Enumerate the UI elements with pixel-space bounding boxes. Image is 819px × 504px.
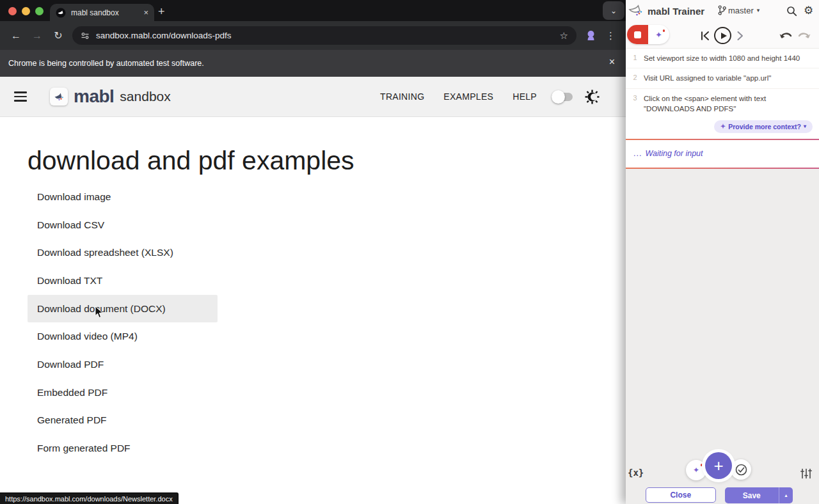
next-step-icon[interactable] — [736, 31, 743, 41]
skip-to-start-icon[interactable] — [700, 31, 710, 41]
browser-window: mabl sandbox × + ⌄ ← → ↻ sandbox.mabl.co… — [0, 0, 626, 504]
provide-more-context-button[interactable]: ✦ Provide more context? ▾ — [714, 120, 813, 133]
status-bar-link-preview: https://sandbox.mabl.com/downloads/Newsl… — [0, 492, 179, 504]
browser-titlebar: mabl sandbox × + ⌄ — [0, 0, 626, 21]
save-button-label: Save — [743, 491, 761, 500]
waiting-for-input-row: ...Waiting for input — [626, 139, 819, 169]
download-links-list: Download image Download CSV Download spr… — [0, 183, 626, 462]
dark-mode-icon[interactable] — [585, 90, 600, 104]
save-dropdown-button[interactable]: ▴ — [779, 487, 793, 503]
infobar-close-icon[interactable]: × — [609, 57, 615, 67]
mabl-trainer-panel: mabl Trainer master ▾ ⚙ ✦ — [626, 0, 819, 504]
nav-link-help[interactable]: HELP — [513, 91, 537, 102]
address-bar[interactable]: sandbox.mabl.com/downloads-pdfs ☆ — [72, 26, 576, 45]
trainer-title: mabl Trainer — [648, 6, 704, 17]
nav-link-training[interactable]: TRAINING — [380, 91, 424, 102]
ai-sparkle-button[interactable]: ✦ — [648, 25, 669, 44]
sparkle-dot — [701, 464, 703, 466]
context-row: ✦ Provide more context? ▾ — [626, 118, 819, 139]
link-download-xlsx[interactable]: Download spreadsheet (XLSX) — [0, 239, 626, 267]
url-text[interactable]: sandbox.mabl.com/downloads-pdfs — [96, 31, 560, 40]
plus-icon: + — [713, 457, 723, 474]
play-icon — [721, 33, 727, 39]
save-button[interactable]: Save — [725, 487, 779, 503]
link-embedded-pdf[interactable]: Embedded PDF — [0, 379, 626, 407]
theme-toggle[interactable] — [553, 93, 573, 101]
add-step-button[interactable]: + — [705, 452, 732, 479]
chevron-down-icon: ⌄ — [610, 6, 617, 15]
settings-sliders-icon[interactable] — [800, 468, 812, 479]
toggle-knob — [552, 90, 565, 104]
git-branch-icon — [718, 5, 726, 15]
record-control-pill: ✦ — [627, 25, 669, 44]
undo-icon[interactable] — [779, 31, 793, 40]
link-download-docx[interactable]: Download document (DOCX) — [28, 295, 218, 323]
hamburger-menu-icon[interactable] — [14, 91, 27, 102]
tab-title: mabl sandbox — [71, 8, 143, 17]
step-row-1[interactable]: 1 Set viewport size to width 1080 and he… — [626, 49, 819, 68]
step-number: 3 — [630, 93, 640, 114]
step-row-2[interactable]: 2 Visit URL assigned to variable "app.ur… — [626, 68, 819, 88]
tab-favicon — [56, 8, 66, 18]
variables-button[interactable]: {x} — [628, 468, 644, 478]
check-circle-icon — [735, 464, 747, 476]
back-icon[interactable]: ← — [8, 30, 24, 42]
step-row-3[interactable]: 3 Click on the <span> element with text … — [626, 89, 819, 119]
close-window-button[interactable] — [8, 7, 17, 15]
sparkle-dot — [663, 29, 665, 32]
search-icon[interactable] — [786, 6, 797, 17]
caret-down-icon: ▾ — [804, 123, 806, 129]
trainer-steps-list: 1 Set viewport size to width 1080 and he… — [626, 48, 819, 169]
close-button-label: Close — [670, 491, 691, 500]
site-settings-icon[interactable] — [81, 31, 90, 40]
bookmark-star-icon[interactable]: ☆ — [560, 30, 568, 42]
site-header: mabl sandbox TRAINING EXAMPLES HELP — [0, 77, 626, 117]
step-number: 2 — [630, 73, 640, 83]
link-download-image[interactable]: Download image — [0, 183, 626, 211]
redo-icon[interactable] — [797, 31, 811, 40]
link-download-mp4[interactable]: Download video (MP4) — [0, 322, 626, 350]
browser-tab[interactable]: mabl sandbox × — [50, 4, 154, 21]
brand-name: mabl — [74, 86, 114, 107]
ai-suggest-button[interactable]: ✦ — [686, 460, 706, 480]
step-text: Click on the <span> element with text "D… — [644, 93, 811, 114]
branch-caret-icon: ▾ — [757, 7, 760, 13]
trainer-bird-icon — [628, 4, 645, 19]
infobar-text: Chrome is being controlled by automated … — [8, 59, 204, 68]
step-number: 1 — [630, 53, 640, 63]
site-nav: TRAINING EXAMPLES HELP — [380, 91, 537, 102]
link-form-generated-pdf[interactable]: Form generated PDF — [0, 434, 626, 462]
trainer-toolbar: ✦ — [626, 24, 819, 48]
assertion-button[interactable] — [731, 459, 751, 480]
mabl-extension-icon[interactable] — [586, 30, 596, 41]
step-text: Visit URL assigned to variable "app.url" — [644, 73, 771, 83]
waiting-ellipsis: ... — [633, 149, 642, 158]
reload-icon[interactable]: ↻ — [51, 29, 66, 42]
tab-strip-chevron-button[interactable]: ⌄ — [603, 1, 624, 20]
forward-icon[interactable]: → — [29, 30, 45, 42]
link-download-txt[interactable]: Download TXT — [0, 267, 626, 295]
gear-icon[interactable]: ⚙ — [804, 4, 813, 17]
browser-toolbar: ← → ↻ sandbox.mabl.com/downloads-pdfs ☆ … — [0, 21, 626, 50]
mabl-logo — [50, 88, 68, 106]
minimize-window-button[interactable] — [22, 7, 30, 15]
waiting-label: Waiting for input — [645, 149, 703, 158]
close-button[interactable]: Close — [646, 487, 716, 503]
provide-more-context-label: Provide more context? — [728, 123, 801, 130]
play-step-button[interactable] — [714, 27, 731, 44]
mouse-cursor — [95, 306, 104, 319]
trainer-header: mabl Trainer master ▾ ⚙ — [626, 0, 819, 24]
chrome-menu-icon[interactable]: ⋮ — [606, 30, 616, 42]
link-download-csv[interactable]: Download CSV — [0, 211, 626, 239]
tab-close-icon[interactable]: × — [143, 8, 148, 17]
zoom-window-button[interactable] — [35, 7, 44, 15]
nav-link-examples[interactable]: EXAMPLES — [443, 91, 493, 102]
branch-selector[interactable]: master ▾ — [718, 5, 759, 15]
automation-infobar: Chrome is being controlled by automated … — [0, 50, 626, 77]
link-download-pdf[interactable]: Download PDF — [0, 350, 626, 379]
step-text: Set viewport size to width 1080 and heig… — [644, 53, 800, 63]
stop-recording-button[interactable] — [627, 25, 648, 44]
save-button-group: Save ▴ — [725, 487, 793, 503]
new-tab-button[interactable]: + — [158, 5, 165, 19]
link-generated-pdf[interactable]: Generated PDF — [0, 407, 626, 435]
